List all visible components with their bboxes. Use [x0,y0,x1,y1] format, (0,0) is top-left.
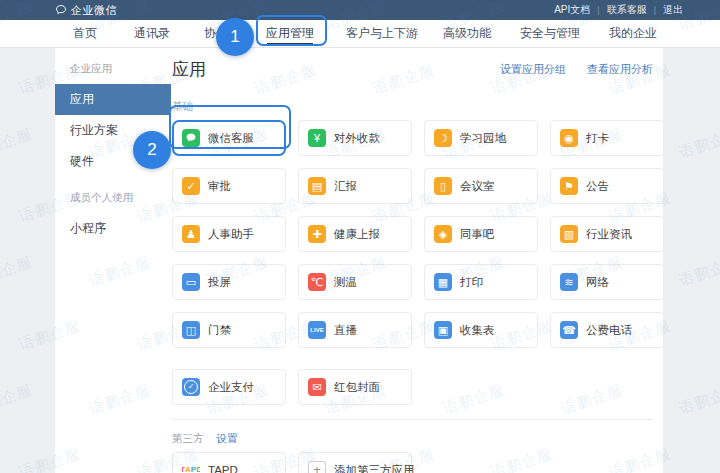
sidebar-item[interactable]: 应用 [55,84,172,115]
sidebar: 企业应用应用行业方案硬件成员个人使用小程序 [55,48,172,473]
meeting-door-icon: ▯ [434,177,452,195]
brand-name: 企业微信 [71,3,117,18]
app-label: 汇报 [334,179,357,194]
red-packet-icon: ✉ [308,378,326,396]
app-card[interactable]: ▣收集表 [424,312,538,348]
nav-tab[interactable]: 我的企业 [609,20,657,47]
report-doc-icon: ▤ [308,177,326,195]
app-label: 打印 [460,275,483,290]
app-card[interactable]: ☎公费电话 [550,312,664,348]
nav-tab[interactable]: 客户与上下游 [346,20,418,47]
planet-icon: ☽ [434,129,452,147]
app-card[interactable]: ▦打印 [424,264,538,300]
app-card[interactable]: ℃测温 [298,264,412,300]
phone-icon: ☎ [560,321,578,339]
network-icon: ≋ [560,273,578,291]
app-card[interactable]: +添加第三方应用 [298,452,412,473]
printer-icon: ▦ [434,273,452,291]
app-label: 公费电话 [586,323,632,338]
tapd-logo-icon: TAPD [182,461,200,473]
app-card[interactable]: ⚑公告 [550,168,664,204]
app-label: 人事助手 [208,227,254,242]
section-divider [172,419,653,420]
set-app-group-link[interactable]: 设置应用分组 [500,63,566,75]
live-icon: LIVE [308,321,326,339]
wechat-work-logo-icon [55,4,67,16]
app-card[interactable]: ≋网络 [550,264,664,300]
approval-stamp-icon: ✓ [182,177,200,195]
nav-tab[interactable]: 应用管理 [266,20,314,47]
app-card[interactable]: ◉打卡 [550,120,664,156]
watermark-text: 语鹏企服 [677,125,720,163]
health-cross-icon: ✚ [308,225,326,243]
app-label: 学习园地 [460,131,506,146]
app-label: 公告 [586,179,609,194]
hr-person-icon: ♟ [182,225,200,243]
section-label-basic: 基础 [172,100,193,112]
plus-icon: + [308,461,326,473]
app-card[interactable]: ◫门禁 [172,312,286,348]
topbar-link[interactable]: 联系客服 [600,3,654,17]
app-card[interactable]: ✉红包封面 [298,369,412,405]
app-label: 对外收款 [334,131,380,146]
app-card[interactable]: ✓企业支付 [172,369,286,405]
topbar-link[interactable]: API文档 [547,3,597,17]
app-card[interactable]: ☽学习园地 [424,120,538,156]
app-label: 门禁 [208,323,231,338]
app-card[interactable]: ▥行业资讯 [550,216,664,252]
announcement-icon: ⚑ [560,177,578,195]
watermark-text: 语鹏企服 [677,253,720,291]
app-card[interactable]: ▭投屏 [172,264,286,300]
app-label: 网络 [586,275,609,290]
location-pin-icon: ◉ [560,129,578,147]
app-card[interactable]: ✓审批 [172,168,286,204]
topbar: 企业微信 API文档|联系客服|退出 [0,0,720,20]
app-label: 企业支付 [208,380,254,395]
topbar-link[interactable]: 退出 [656,3,690,17]
nav-tab[interactable]: 通讯录 [134,20,170,47]
annotation-step-1-bubble: 1 [216,18,254,56]
watermark-text: 语鹏企服 [677,381,720,419]
watermark-text: 语鹏企服 [0,381,35,419]
app-label: 测温 [334,275,357,290]
chat-bubble-icon [182,129,200,147]
app-label: 审批 [208,179,231,194]
nav-tab[interactable]: 高级功能 [443,20,491,47]
colleagues-icon: ◈ [434,225,452,243]
pay-check-icon: ✓ [182,378,200,396]
app-label: 打卡 [586,131,609,146]
sidebar-section-header: 成员个人使用 [55,177,172,213]
app-card[interactable]: ◈同事吧 [424,216,538,252]
main-actions: 设置应用分组 查看应用分析 [482,62,653,77]
app-label: 健康上报 [334,227,380,242]
app-card[interactable]: ▤汇报 [298,168,412,204]
app-label: 收集表 [460,323,495,338]
third-party-settings-link[interactable]: 设置 [216,432,237,444]
app-label: TAPD [208,464,238,473]
nav-tab[interactable]: 首页 [73,20,97,47]
app-card[interactable]: ♟人事助手 [172,216,286,252]
app-label: 行业资讯 [586,227,632,242]
app-card[interactable]: TAPDTAPD [172,452,286,473]
app-card[interactable]: ✚健康上报 [298,216,412,252]
page-title: 应用 [172,60,206,79]
app-card[interactable]: LIVE直播 [298,312,412,348]
sidebar-section-header: 企业应用 [55,48,172,84]
view-app-analytics-link[interactable]: 查看应用分析 [587,63,653,75]
nav-tab[interactable]: 安全与管理 [520,20,580,47]
app-card[interactable]: ¥对外收款 [298,120,412,156]
thermometer-icon: ℃ [308,273,326,291]
collect-form-icon: ▣ [434,321,452,339]
main-nav: 首页通讯录协作应用管理客户与上下游高级功能安全与管理我的企业 [0,20,720,48]
app-label: 投屏 [208,275,231,290]
basic-apps-grid: 微信客服¥对外收款☽学习园地◉打卡✓审批▤汇报▯会议室⚑公告♟人事助手✚健康上报… [172,120,664,417]
active-tab-underline [267,43,313,45]
payment-shield-icon: ¥ [308,129,326,147]
app-card[interactable]: 微信客服 [172,120,286,156]
app-label: 会议室 [460,179,495,194]
watermark-text: 语鹏企服 [0,253,35,291]
app-label: 微信客服 [208,131,254,146]
sidebar-item[interactable]: 小程序 [55,213,172,244]
main-panel: 应用 设置应用分组 查看应用分析 基础 微信客服¥对外收款☽学习园地◉打卡✓审批… [171,48,663,473]
app-card[interactable]: ▯会议室 [424,168,538,204]
